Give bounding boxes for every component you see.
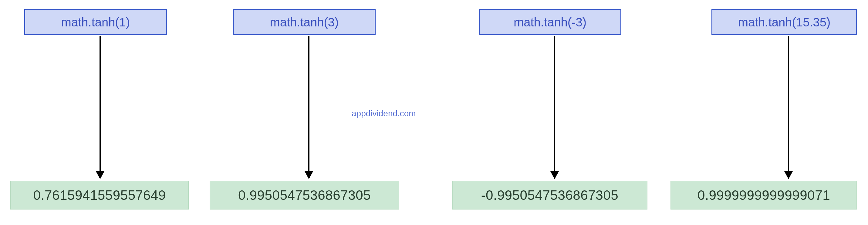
tanh-input-text: math.tanh(15.35) xyxy=(738,16,831,29)
tanh-output-text: 0.9999999999999071 xyxy=(698,188,830,203)
tanh-output-text: -0.9950547536867305 xyxy=(481,188,618,203)
arrow-icon xyxy=(96,36,105,178)
tanh-input-box: math.tanh(15.35) xyxy=(711,9,857,35)
tanh-input-text: math.tanh(-3) xyxy=(514,16,586,29)
watermark-text: appdividend.com xyxy=(352,109,416,118)
tanh-input-box: math.tanh(3) xyxy=(233,9,376,35)
tanh-output-box: 0.7615941559557649 xyxy=(10,181,189,209)
tanh-output-box: 0.9999999999999071 xyxy=(671,181,857,209)
diagram-container: math.tanh(1) 0.7615941559557649 math.tan… xyxy=(0,0,868,225)
tanh-input-text: math.tanh(3) xyxy=(270,16,339,29)
tanh-output-box: 0.9950547536867305 xyxy=(210,181,399,209)
tanh-output-text: 0.9950547536867305 xyxy=(238,188,371,203)
tanh-output-text: 0.7615941559557649 xyxy=(33,188,166,203)
arrow-icon xyxy=(784,36,793,178)
tanh-output-box: -0.9950547536867305 xyxy=(452,181,647,209)
tanh-input-box: math.tanh(-3) xyxy=(479,9,621,35)
arrow-icon xyxy=(550,36,559,178)
tanh-input-box: math.tanh(1) xyxy=(24,9,167,35)
tanh-input-text: math.tanh(1) xyxy=(61,16,130,29)
arrow-icon xyxy=(304,36,313,178)
